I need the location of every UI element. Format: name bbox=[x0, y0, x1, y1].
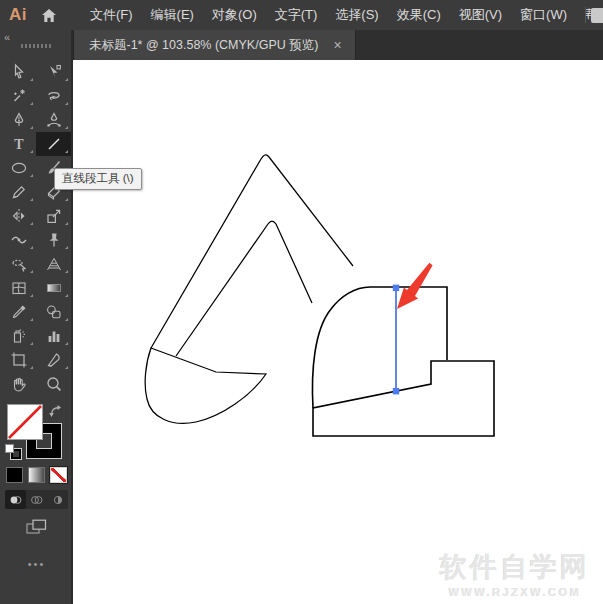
draw-normal-icon bbox=[9, 494, 23, 506]
hand-icon bbox=[10, 375, 28, 393]
svg-text:T: T bbox=[14, 137, 24, 152]
scale-icon bbox=[45, 207, 63, 225]
lasso-icon bbox=[45, 87, 63, 105]
document-tab[interactable]: 未标题-1* @ 103.58% (CMYK/GPU 预览) × bbox=[73, 30, 356, 60]
anchor-point-bottom[interactable] bbox=[393, 388, 399, 394]
ellipse-tool[interactable] bbox=[1, 156, 36, 180]
default-fill-stroke-button[interactable] bbox=[5, 444, 21, 459]
color-button[interactable] bbox=[6, 467, 23, 483]
perspective-grid-icon bbox=[45, 255, 63, 273]
body-path bbox=[313, 361, 494, 436]
swap-arrows-icon bbox=[48, 404, 65, 419]
menu-window[interactable]: 窗口(W) bbox=[511, 0, 576, 30]
gradient-button[interactable] bbox=[28, 467, 45, 483]
draw-behind-icon bbox=[30, 494, 44, 506]
menu-edit[interactable]: 编辑(E) bbox=[142, 0, 203, 30]
graph-tool[interactable] bbox=[36, 324, 71, 348]
boom-inner-path bbox=[176, 221, 312, 356]
screen-mode-button[interactable] bbox=[26, 519, 47, 540]
magic-wand-tool[interactable] bbox=[1, 84, 36, 108]
blend-tool[interactable] bbox=[36, 300, 71, 324]
pencil-tool[interactable] bbox=[1, 180, 36, 204]
none-fill-icon bbox=[8, 405, 42, 439]
perspective-grid-tool[interactable] bbox=[36, 252, 71, 276]
draw-inside-icon bbox=[51, 494, 65, 506]
width-tool[interactable] bbox=[1, 228, 36, 252]
selection-arrow-icon bbox=[10, 63, 28, 81]
anchor-point-top[interactable] bbox=[393, 285, 399, 291]
home-button[interactable] bbox=[40, 7, 58, 24]
none-button[interactable] bbox=[50, 467, 67, 483]
pen-nib-icon bbox=[10, 111, 28, 129]
zoom-tool[interactable] bbox=[36, 372, 71, 396]
scale-tool[interactable] bbox=[36, 204, 71, 228]
shape-builder-tool[interactable] bbox=[1, 252, 36, 276]
document-tab-bar: 未标题-1* @ 103.58% (CMYK/GPU 预览) × bbox=[73, 30, 603, 60]
puppet-pin-icon bbox=[45, 231, 63, 249]
draw-inside-button[interactable] bbox=[47, 490, 68, 509]
selection-tool[interactable] bbox=[1, 60, 36, 84]
watermark: 软件自学网 WWW.RJZXW.COM bbox=[440, 549, 590, 598]
curvature-tool[interactable] bbox=[36, 108, 71, 132]
magic-wand-icon bbox=[10, 87, 28, 105]
slice-tool[interactable] bbox=[36, 348, 71, 372]
collapse-panel-icon[interactable]: « bbox=[4, 31, 10, 43]
menu-bar: Ai 文件(F) 编辑(E) 对象(O) 文字(T) 选择(S) 效果(C) 视… bbox=[0, 0, 603, 30]
direct-selection-tool[interactable] bbox=[36, 60, 71, 84]
lasso-tool[interactable] bbox=[36, 84, 71, 108]
symbol-sprayer-tool[interactable] bbox=[1, 324, 36, 348]
mesh-tool[interactable] bbox=[1, 276, 36, 300]
watermark-title: 软件自学网 bbox=[440, 549, 590, 585]
ellipse-icon bbox=[10, 159, 28, 177]
close-tab-icon[interactable]: × bbox=[333, 38, 341, 52]
hand-tool[interactable] bbox=[1, 372, 36, 396]
fill-swatch[interactable] bbox=[7, 404, 43, 440]
default-fill-icon bbox=[5, 444, 14, 453]
menu-effect[interactable]: 效果(C) bbox=[388, 0, 450, 30]
width-icon bbox=[10, 231, 28, 249]
artboard-tool[interactable] bbox=[1, 348, 36, 372]
canvas-artboard[interactable]: 软件自学网 WWW.RJZXW.COM bbox=[75, 60, 603, 604]
selected-line-segment[interactable] bbox=[393, 285, 399, 395]
mesh-icon bbox=[10, 279, 28, 297]
type-icon: T bbox=[10, 135, 28, 153]
blend-icon bbox=[45, 303, 63, 321]
artboard-icon bbox=[10, 351, 28, 369]
column-graph-icon bbox=[45, 327, 63, 345]
workspace-icon[interactable] bbox=[591, 8, 603, 23]
tool-tooltip: 直线段工具 (\) bbox=[54, 168, 142, 190]
screen-mode-icon bbox=[26, 519, 47, 536]
pencil-icon bbox=[10, 183, 28, 201]
draw-behind-button[interactable] bbox=[26, 490, 47, 509]
boom-outer-path bbox=[151, 155, 353, 348]
curvature-pen-icon bbox=[45, 111, 63, 129]
menu-view[interactable]: 视图(V) bbox=[450, 0, 511, 30]
menu-type[interactable]: 文字(T) bbox=[266, 0, 327, 30]
edit-toolbar-button[interactable]: ••• bbox=[0, 558, 73, 570]
menu-file[interactable]: 文件(F) bbox=[81, 0, 142, 30]
pen-tool[interactable] bbox=[1, 108, 36, 132]
gradient-icon bbox=[45, 279, 63, 297]
reflect-tool[interactable] bbox=[1, 204, 36, 228]
watermark-url: WWW.RJZXW.COM bbox=[440, 586, 590, 598]
cab-path bbox=[312, 287, 447, 408]
line-segment-icon bbox=[45, 135, 63, 153]
menu-object[interactable]: 对象(O) bbox=[203, 0, 266, 30]
menu-items: 文件(F) 编辑(E) 对象(O) 文字(T) 选择(S) 效果(C) 视图(V… bbox=[81, 0, 603, 30]
paint-buttons bbox=[6, 467, 67, 483]
draw-normal-button[interactable] bbox=[5, 490, 26, 509]
swap-fill-stroke-button[interactable] bbox=[48, 404, 65, 423]
toolbar-grip[interactable] bbox=[21, 44, 52, 48]
line-segment-tool[interactable] bbox=[36, 132, 71, 156]
excavator-drawing bbox=[75, 60, 603, 604]
menu-separator bbox=[585, 7, 586, 23]
gradient-tool[interactable] bbox=[36, 276, 71, 300]
home-icon bbox=[40, 7, 58, 24]
direct-selection-arrow-icon bbox=[45, 63, 63, 81]
reflect-icon bbox=[10, 207, 28, 225]
menu-select[interactable]: 选择(S) bbox=[326, 0, 387, 30]
puppet-warp-tool[interactable] bbox=[36, 228, 71, 252]
type-tool[interactable]: T bbox=[1, 132, 36, 156]
slice-knife-icon bbox=[45, 351, 63, 369]
eyedropper-tool[interactable] bbox=[1, 300, 36, 324]
